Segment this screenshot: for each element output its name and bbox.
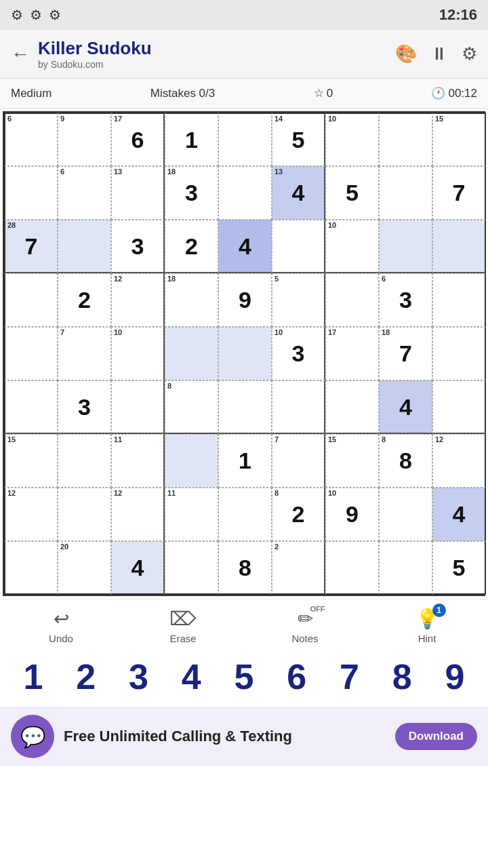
cell-r5-c5[interactable] bbox=[218, 327, 272, 380]
cell-r1-c2[interactable]: 9 bbox=[58, 113, 111, 166]
pause-icon[interactable]: ⏸ bbox=[430, 43, 448, 64]
numpad-digit-3[interactable]: 3 bbox=[115, 656, 161, 697]
cell-r3-c9[interactable] bbox=[432, 220, 486, 273]
cell-r6-c7[interactable] bbox=[325, 380, 379, 434]
cell-r4-c9[interactable] bbox=[432, 273, 486, 327]
cell-r3-c8[interactable] bbox=[379, 220, 432, 273]
cell-r8-c4[interactable]: 11 bbox=[165, 488, 218, 541]
cell-r4-c2[interactable]: 2 bbox=[58, 273, 111, 327]
cell-r2-c5[interactable] bbox=[218, 166, 272, 220]
cell-r8-c6[interactable]: 82 bbox=[272, 488, 325, 541]
cell-r7-c5[interactable]: 1 bbox=[218, 434, 272, 488]
cell-r7-c7[interactable]: 15 bbox=[325, 434, 379, 488]
cell-r2-c8[interactable] bbox=[379, 166, 432, 220]
sudoku-grid[interactable]: 6917611451015613183134572873241021218956… bbox=[3, 111, 485, 596]
cell-r9-c3[interactable]: 4 bbox=[111, 541, 165, 595]
cell-r3-c2[interactable] bbox=[58, 220, 111, 273]
cell-r5-c4[interactable] bbox=[165, 327, 218, 380]
cell-r4-c6[interactable]: 5 bbox=[272, 273, 325, 327]
cell-r5-c6[interactable]: 103 bbox=[272, 327, 325, 380]
cell-r2-c6[interactable]: 134 bbox=[272, 166, 325, 220]
cell-r3-c1[interactable]: 287 bbox=[4, 220, 58, 273]
cell-r7-c3[interactable]: 11 bbox=[111, 434, 165, 488]
cell-r5-c9[interactable] bbox=[432, 327, 486, 380]
cell-r9-c8[interactable] bbox=[379, 541, 432, 595]
cell-r2-c4[interactable]: 183 bbox=[165, 166, 218, 220]
back-button[interactable]: ← bbox=[11, 43, 30, 65]
cell-r9-c4[interactable] bbox=[165, 541, 218, 595]
notes-button[interactable]: ✏ OFF Notes bbox=[271, 608, 339, 644]
cell-r7-c2[interactable] bbox=[58, 434, 111, 488]
cell-r2-c2[interactable]: 6 bbox=[58, 166, 111, 220]
cell-r8-c3[interactable]: 12 bbox=[111, 488, 165, 541]
cell-r6-c9[interactable] bbox=[432, 380, 486, 434]
cell-r3-c5[interactable]: 4 bbox=[218, 220, 272, 273]
cell-r7-c6[interactable]: 7 bbox=[272, 434, 325, 488]
cell-r5-c8[interactable]: 187 bbox=[379, 327, 432, 380]
cell-r7-c8[interactable]: 88 bbox=[379, 434, 432, 488]
cell-r6-c8[interactable]: 4 bbox=[379, 380, 432, 434]
cell-r7-c9[interactable]: 12 bbox=[432, 434, 486, 488]
cell-r7-c1[interactable]: 15 bbox=[4, 434, 58, 488]
numpad-digit-8[interactable]: 8 bbox=[379, 656, 425, 697]
ad-download-button[interactable]: Download bbox=[395, 723, 477, 750]
cell-r6-c5[interactable] bbox=[218, 380, 272, 434]
cell-r2-c9[interactable]: 7 bbox=[432, 166, 486, 220]
numpad-digit-7[interactable]: 7 bbox=[326, 656, 372, 697]
hint-button[interactable]: 💡 1 Hint bbox=[393, 608, 461, 644]
cell-r5-c2[interactable]: 7 bbox=[58, 327, 111, 380]
cell-r8-c1[interactable]: 12 bbox=[4, 488, 58, 541]
cell-r3-c4[interactable]: 2 bbox=[165, 220, 218, 273]
settings-icon[interactable]: ⚙ bbox=[462, 43, 477, 64]
cell-r3-c7[interactable]: 10 bbox=[325, 220, 379, 273]
cell-r8-c5[interactable] bbox=[218, 488, 272, 541]
cell-r6-c6[interactable] bbox=[272, 380, 325, 434]
cell-r2-c7[interactable]: 5 bbox=[325, 166, 379, 220]
numpad-digit-6[interactable]: 6 bbox=[274, 656, 320, 697]
cell-r9-c1[interactable] bbox=[4, 541, 58, 595]
cell-r1-c4[interactable]: 1 bbox=[165, 113, 218, 166]
undo-button[interactable]: ↩ Undo bbox=[27, 608, 95, 644]
cell-r1-c1[interactable]: 6 bbox=[4, 113, 58, 166]
cell-r4-c5[interactable]: 9 bbox=[218, 273, 272, 327]
cell-r2-c1[interactable] bbox=[4, 166, 58, 220]
cell-r3-c6[interactable] bbox=[272, 220, 325, 273]
cell-r1-c6[interactable]: 145 bbox=[272, 113, 325, 166]
cell-r1-c8[interactable] bbox=[379, 113, 432, 166]
cell-r5-c7[interactable]: 17 bbox=[325, 327, 379, 380]
cell-r9-c9[interactable]: 5 bbox=[432, 541, 486, 595]
cell-r4-c1[interactable] bbox=[4, 273, 58, 327]
cell-r9-c2[interactable]: 20 bbox=[58, 541, 111, 595]
cell-r7-c4[interactable] bbox=[165, 434, 218, 488]
numpad-digit-1[interactable]: 1 bbox=[10, 656, 56, 697]
erase-button[interactable]: ⌦ Erase bbox=[149, 608, 217, 644]
cell-r1-c7[interactable]: 10 bbox=[325, 113, 379, 166]
cell-r9-c6[interactable]: 2 bbox=[272, 541, 325, 595]
cell-r8-c9[interactable]: 4 bbox=[432, 488, 486, 541]
cell-r6-c4[interactable]: 8 bbox=[165, 380, 218, 434]
cell-r6-c1[interactable] bbox=[4, 380, 58, 434]
cell-r1-c9[interactable]: 15 bbox=[432, 113, 486, 166]
cell-r8-c8[interactable] bbox=[379, 488, 432, 541]
cell-r4-c7[interactable] bbox=[325, 273, 379, 327]
cell-r6-c2[interactable]: 3 bbox=[58, 380, 111, 434]
cell-r3-c3[interactable]: 3 bbox=[111, 220, 165, 273]
numpad-digit-5[interactable]: 5 bbox=[221, 656, 267, 697]
cell-r1-c5[interactable] bbox=[218, 113, 272, 166]
numpad-digit-9[interactable]: 9 bbox=[432, 656, 478, 697]
cell-r9-c7[interactable] bbox=[325, 541, 379, 595]
cell-r5-c1[interactable] bbox=[4, 327, 58, 380]
cell-r2-c3[interactable]: 13 bbox=[111, 166, 165, 220]
cell-r6-c3[interactable] bbox=[111, 380, 165, 434]
cell-r8-c7[interactable]: 109 bbox=[325, 488, 379, 541]
cell-r1-c3[interactable]: 176 bbox=[111, 113, 165, 166]
cell-r5-c3[interactable]: 10 bbox=[111, 327, 165, 380]
cell-r4-c8[interactable]: 63 bbox=[379, 273, 432, 327]
palette-icon[interactable]: 🎨 bbox=[395, 43, 417, 64]
cell-r4-c4[interactable]: 18 bbox=[165, 273, 218, 327]
cell-r4-c3[interactable]: 12 bbox=[111, 273, 165, 327]
cell-r8-c2[interactable] bbox=[58, 488, 111, 541]
numpad-digit-2[interactable]: 2 bbox=[63, 656, 109, 697]
cell-r9-c5[interactable]: 8 bbox=[218, 541, 272, 595]
numpad-digit-4[interactable]: 4 bbox=[168, 656, 214, 697]
